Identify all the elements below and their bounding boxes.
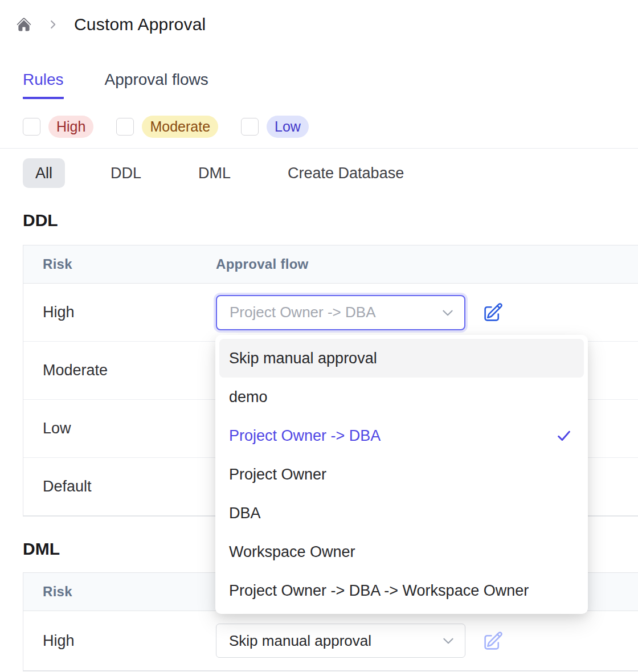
edit-flow-button[interactable] [481,629,504,652]
risk-cell: Low [23,420,216,437]
low-risk-checkbox[interactable] [241,118,259,136]
table-row-high: High Skip manual approval [23,611,638,671]
chevron-down-icon [441,633,456,648]
category-tab-all[interactable]: All [23,158,65,188]
risk-filter-row: High Moderate Low [23,115,638,138]
approval-flow-select[interactable]: Skip manual approval [216,624,465,658]
dropdown-option-dba[interactable]: DBA [219,494,584,532]
tab-approval-flows[interactable]: Approval flows [105,71,208,99]
category-tab-bar: All DDL DML Create Database [23,158,638,188]
category-tab-dml[interactable]: DML [187,158,242,188]
dropdown-option-workspace-owner[interactable]: Workspace Owner [219,532,584,571]
tab-bar: Rules Approval flows [23,71,638,99]
dropdown-option-project-owner[interactable]: Project Owner [219,455,584,494]
dropdown-option-label: Project Owner -> DBA [229,427,381,445]
pencil-square-icon [482,302,504,323]
tab-rules[interactable]: Rules [23,71,64,99]
breadcrumb: Custom Approval [0,0,638,34]
approval-flow-select-value: Skip manual approval [229,632,371,650]
filter-group-high: High [23,116,93,138]
risk-cell: High [23,304,216,321]
dropdown-option-project-owner-dba[interactable]: Project Owner -> DBA [219,416,584,455]
filter-group-low: Low [241,116,309,138]
approval-flow-column-header: Approval flow [216,256,638,272]
pencil-square-icon [482,630,504,651]
risk-column-header: Risk [23,256,216,272]
dropdown-option-label: demo [229,388,268,406]
custom-approval-page: Custom Approval Rules Approval flows Hig… [0,0,638,672]
dropdown-option-label: Skip manual approval [229,350,377,367]
dropdown-option-label: Project Owner -> DBA -> Workspace Owner [229,582,529,600]
check-icon [555,427,572,444]
category-tab-create-database[interactable]: Create Database [276,158,415,188]
high-risk-checkbox[interactable] [23,118,40,136]
moderate-risk-badge: Moderate [142,116,218,138]
low-risk-badge: Low [267,116,309,138]
dropdown-option-project-owner-dba-workspace-owner[interactable]: Project Owner -> DBA -> Workspace Owner [219,571,584,610]
chevron-right-icon [47,18,59,31]
high-risk-badge: High [48,116,93,138]
home-icon[interactable] [16,17,32,32]
moderate-risk-checkbox[interactable] [116,118,134,136]
risk-cell: Moderate [23,362,216,379]
edit-flow-button[interactable] [481,301,504,324]
approval-flow-cell: Project Owner -> DBA [216,295,638,330]
table-header: Risk Approval flow [23,245,638,284]
chevron-down-icon [440,305,455,320]
approval-flow-cell: Skip manual approval [216,624,638,658]
section-divider [0,148,638,149]
approval-flow-select[interactable]: Project Owner -> DBA [216,295,465,330]
page-title: Custom Approval [74,15,206,34]
dropdown-option-label: Project Owner [229,466,326,483]
risk-cell: High [23,632,216,650]
ddl-section-title: DDL [23,211,638,230]
dropdown-option-demo[interactable]: demo [219,378,584,416]
approval-flow-dropdown: Skip manual approval demo Project Owner … [215,335,588,614]
dropdown-option-label: Workspace Owner [229,543,355,561]
dropdown-option-label: DBA [229,505,261,522]
dropdown-option-skip-manual-approval[interactable]: Skip manual approval [219,339,584,378]
approval-flow-select-value: Project Owner -> DBA [230,304,375,321]
risk-cell: Default [23,478,216,495]
table-row-high: High Project Owner -> DBA [23,284,638,342]
risk-column-header: Risk [23,584,216,600]
filter-group-moderate: Moderate [116,116,218,138]
category-tab-ddl[interactable]: DDL [99,158,153,188]
